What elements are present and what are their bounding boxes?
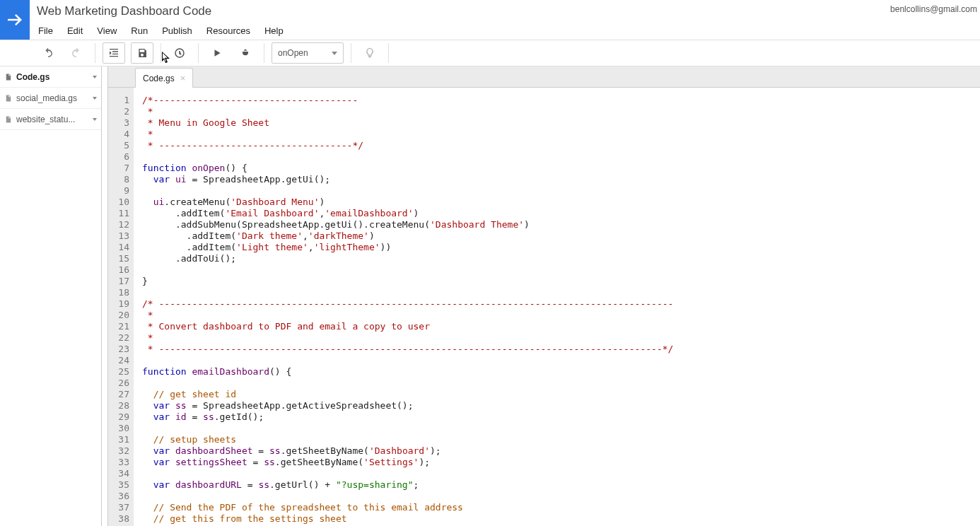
chevron-down-icon <box>93 97 97 100</box>
indent-icon <box>108 47 119 59</box>
run-button[interactable] <box>206 42 228 64</box>
toolbar-separator <box>198 43 199 63</box>
menu-resources[interactable]: Resources <box>205 24 252 37</box>
triggers-button[interactable] <box>168 42 191 64</box>
header-main: Web Marketing Dashboard Code File Edit V… <box>30 0 980 37</box>
editor-wrap: Code.gs × 123456789101112131415161718192… <box>107 66 980 526</box>
function-select-value: onOpen <box>278 48 308 58</box>
bug-icon <box>240 47 251 59</box>
lightbulb-icon <box>363 47 376 59</box>
toolbar-separator <box>351 43 351 63</box>
menu-run[interactable]: Run <box>129 24 149 37</box>
save-button[interactable] <box>131 42 153 64</box>
close-icon[interactable]: × <box>180 73 186 83</box>
play-icon <box>212 48 222 58</box>
line-number-gutter: 1234567891011121314151617181920212223242… <box>108 88 134 526</box>
file-icon <box>4 115 12 124</box>
project-title[interactable]: Web Marketing Dashboard Code <box>37 0 980 18</box>
editor-tab-code[interactable]: Code.gs × <box>135 68 193 88</box>
menu-publish[interactable]: Publish <box>161 24 194 37</box>
save-icon <box>136 47 148 59</box>
main-area: Code.gs social_media.gs website_statu...… <box>0 66 980 526</box>
menu-bar: File Edit View Run Publish Resources Hel… <box>37 24 980 37</box>
arrow-right-icon <box>4 9 25 30</box>
toolbar: onOpen <box>0 40 980 66</box>
clock-icon <box>173 47 186 59</box>
function-select[interactable]: onOpen <box>272 42 344 64</box>
indent-button[interactable] <box>103 42 125 64</box>
file-item-code[interactable]: Code.gs <box>0 66 101 88</box>
menu-file[interactable]: File <box>37 24 54 37</box>
user-email[interactable]: benlcollins@gmail.com <box>890 4 980 14</box>
chevron-down-icon <box>93 118 97 121</box>
redo-button[interactable] <box>65 42 88 64</box>
file-name: Code.gs <box>16 72 88 82</box>
toolbar-separator <box>264 43 264 63</box>
apps-script-logo[interactable] <box>0 0 30 40</box>
lightbulb-button[interactable] <box>358 42 381 64</box>
file-item-social-media[interactable]: social_media.gs <box>0 88 101 109</box>
file-sidebar: Code.gs social_media.gs website_statu... <box>0 66 102 526</box>
file-item-website-status[interactable]: website_statu... <box>0 109 101 130</box>
toolbar-separator <box>388 43 389 63</box>
toolbar-separator <box>161 43 161 63</box>
chevron-down-icon <box>332 52 337 55</box>
code-content[interactable]: /*------------------------------------- … <box>134 88 673 526</box>
file-name: website_statu... <box>16 115 88 124</box>
code-editor[interactable]: 1234567891011121314151617181920212223242… <box>108 88 980 526</box>
undo-button[interactable] <box>37 42 59 64</box>
header-row: Web Marketing Dashboard Code File Edit V… <box>0 0 980 40</box>
tab-label: Code.gs <box>143 74 175 83</box>
redo-icon <box>70 47 83 59</box>
editor-tab-row: Code.gs × <box>108 66 980 88</box>
menu-help[interactable]: Help <box>263 24 285 37</box>
debug-button[interactable] <box>234 42 257 64</box>
file-icon <box>4 72 12 82</box>
menu-edit[interactable]: Edit <box>66 24 84 37</box>
file-icon <box>4 93 12 103</box>
undo-icon <box>42 47 54 59</box>
chevron-down-icon <box>93 76 97 78</box>
file-name: social_media.gs <box>16 93 88 103</box>
menu-view[interactable]: View <box>95 24 118 37</box>
toolbar-separator <box>95 43 95 63</box>
